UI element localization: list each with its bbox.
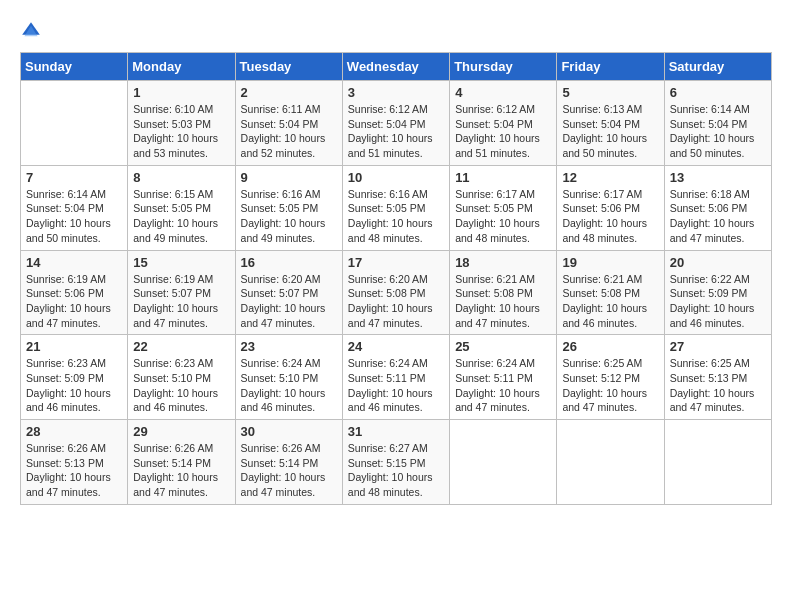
day-info: Sunrise: 6:20 AM Sunset: 5:07 PM Dayligh… [241, 272, 337, 331]
day-number: 19 [562, 255, 658, 270]
day-number: 23 [241, 339, 337, 354]
calendar-cell [21, 81, 128, 166]
day-info: Sunrise: 6:12 AM Sunset: 5:04 PM Dayligh… [348, 102, 444, 161]
day-number: 3 [348, 85, 444, 100]
calendar-cell: 23Sunrise: 6:24 AM Sunset: 5:10 PM Dayli… [235, 335, 342, 420]
calendar-cell: 6Sunrise: 6:14 AM Sunset: 5:04 PM Daylig… [664, 81, 771, 166]
day-info: Sunrise: 6:17 AM Sunset: 5:05 PM Dayligh… [455, 187, 551, 246]
calendar-cell: 27Sunrise: 6:25 AM Sunset: 5:13 PM Dayli… [664, 335, 771, 420]
day-number: 11 [455, 170, 551, 185]
calendar-cell: 5Sunrise: 6:13 AM Sunset: 5:04 PM Daylig… [557, 81, 664, 166]
calendar-cell: 16Sunrise: 6:20 AM Sunset: 5:07 PM Dayli… [235, 250, 342, 335]
calendar-cell: 24Sunrise: 6:24 AM Sunset: 5:11 PM Dayli… [342, 335, 449, 420]
header-day-wednesday: Wednesday [342, 53, 449, 81]
calendar-cell: 10Sunrise: 6:16 AM Sunset: 5:05 PM Dayli… [342, 165, 449, 250]
logo-icon [20, 20, 42, 42]
day-number: 14 [26, 255, 122, 270]
calendar-cell: 25Sunrise: 6:24 AM Sunset: 5:11 PM Dayli… [450, 335, 557, 420]
calendar-cell: 21Sunrise: 6:23 AM Sunset: 5:09 PM Dayli… [21, 335, 128, 420]
day-info: Sunrise: 6:19 AM Sunset: 5:07 PM Dayligh… [133, 272, 229, 331]
day-number: 8 [133, 170, 229, 185]
day-info: Sunrise: 6:10 AM Sunset: 5:03 PM Dayligh… [133, 102, 229, 161]
calendar-cell: 3Sunrise: 6:12 AM Sunset: 5:04 PM Daylig… [342, 81, 449, 166]
day-info: Sunrise: 6:26 AM Sunset: 5:14 PM Dayligh… [241, 441, 337, 500]
header-day-monday: Monday [128, 53, 235, 81]
day-info: Sunrise: 6:21 AM Sunset: 5:08 PM Dayligh… [455, 272, 551, 331]
day-number: 24 [348, 339, 444, 354]
calendar-cell: 31Sunrise: 6:27 AM Sunset: 5:15 PM Dayli… [342, 420, 449, 505]
calendar-cell: 13Sunrise: 6:18 AM Sunset: 5:06 PM Dayli… [664, 165, 771, 250]
day-info: Sunrise: 6:13 AM Sunset: 5:04 PM Dayligh… [562, 102, 658, 161]
calendar-cell: 14Sunrise: 6:19 AM Sunset: 5:06 PM Dayli… [21, 250, 128, 335]
calendar-cell: 22Sunrise: 6:23 AM Sunset: 5:10 PM Dayli… [128, 335, 235, 420]
day-number: 4 [455, 85, 551, 100]
calendar-week-row: 7Sunrise: 6:14 AM Sunset: 5:04 PM Daylig… [21, 165, 772, 250]
day-number: 6 [670, 85, 766, 100]
day-info: Sunrise: 6:26 AM Sunset: 5:13 PM Dayligh… [26, 441, 122, 500]
calendar-week-row: 28Sunrise: 6:26 AM Sunset: 5:13 PM Dayli… [21, 420, 772, 505]
day-number: 10 [348, 170, 444, 185]
day-info: Sunrise: 6:22 AM Sunset: 5:09 PM Dayligh… [670, 272, 766, 331]
calendar-cell: 26Sunrise: 6:25 AM Sunset: 5:12 PM Dayli… [557, 335, 664, 420]
calendar-body: 1Sunrise: 6:10 AM Sunset: 5:03 PM Daylig… [21, 81, 772, 505]
calendar-cell: 15Sunrise: 6:19 AM Sunset: 5:07 PM Dayli… [128, 250, 235, 335]
day-info: Sunrise: 6:16 AM Sunset: 5:05 PM Dayligh… [348, 187, 444, 246]
day-number: 15 [133, 255, 229, 270]
day-info: Sunrise: 6:12 AM Sunset: 5:04 PM Dayligh… [455, 102, 551, 161]
calendar-cell: 11Sunrise: 6:17 AM Sunset: 5:05 PM Dayli… [450, 165, 557, 250]
calendar-header-row: SundayMondayTuesdayWednesdayThursdayFrid… [21, 53, 772, 81]
calendar-cell: 20Sunrise: 6:22 AM Sunset: 5:09 PM Dayli… [664, 250, 771, 335]
calendar-week-row: 21Sunrise: 6:23 AM Sunset: 5:09 PM Dayli… [21, 335, 772, 420]
calendar-cell: 28Sunrise: 6:26 AM Sunset: 5:13 PM Dayli… [21, 420, 128, 505]
day-number: 1 [133, 85, 229, 100]
day-number: 31 [348, 424, 444, 439]
calendar-table: SundayMondayTuesdayWednesdayThursdayFrid… [20, 52, 772, 505]
header-day-tuesday: Tuesday [235, 53, 342, 81]
day-info: Sunrise: 6:24 AM Sunset: 5:10 PM Dayligh… [241, 356, 337, 415]
calendar-cell: 30Sunrise: 6:26 AM Sunset: 5:14 PM Dayli… [235, 420, 342, 505]
calendar-cell [664, 420, 771, 505]
day-info: Sunrise: 6:14 AM Sunset: 5:04 PM Dayligh… [26, 187, 122, 246]
calendar-cell [450, 420, 557, 505]
day-info: Sunrise: 6:25 AM Sunset: 5:12 PM Dayligh… [562, 356, 658, 415]
day-number: 17 [348, 255, 444, 270]
calendar-cell: 17Sunrise: 6:20 AM Sunset: 5:08 PM Dayli… [342, 250, 449, 335]
calendar-cell: 12Sunrise: 6:17 AM Sunset: 5:06 PM Dayli… [557, 165, 664, 250]
day-info: Sunrise: 6:19 AM Sunset: 5:06 PM Dayligh… [26, 272, 122, 331]
day-info: Sunrise: 6:25 AM Sunset: 5:13 PM Dayligh… [670, 356, 766, 415]
day-number: 22 [133, 339, 229, 354]
day-info: Sunrise: 6:14 AM Sunset: 5:04 PM Dayligh… [670, 102, 766, 161]
day-number: 28 [26, 424, 122, 439]
calendar-cell: 7Sunrise: 6:14 AM Sunset: 5:04 PM Daylig… [21, 165, 128, 250]
day-info: Sunrise: 6:15 AM Sunset: 5:05 PM Dayligh… [133, 187, 229, 246]
calendar-cell: 4Sunrise: 6:12 AM Sunset: 5:04 PM Daylig… [450, 81, 557, 166]
day-info: Sunrise: 6:17 AM Sunset: 5:06 PM Dayligh… [562, 187, 658, 246]
day-info: Sunrise: 6:11 AM Sunset: 5:04 PM Dayligh… [241, 102, 337, 161]
day-number: 29 [133, 424, 229, 439]
calendar-cell [557, 420, 664, 505]
day-number: 5 [562, 85, 658, 100]
day-number: 27 [670, 339, 766, 354]
calendar-week-row: 1Sunrise: 6:10 AM Sunset: 5:03 PM Daylig… [21, 81, 772, 166]
day-info: Sunrise: 6:21 AM Sunset: 5:08 PM Dayligh… [562, 272, 658, 331]
calendar-cell: 19Sunrise: 6:21 AM Sunset: 5:08 PM Dayli… [557, 250, 664, 335]
header-day-saturday: Saturday [664, 53, 771, 81]
day-number: 30 [241, 424, 337, 439]
day-number: 7 [26, 170, 122, 185]
day-info: Sunrise: 6:20 AM Sunset: 5:08 PM Dayligh… [348, 272, 444, 331]
day-number: 9 [241, 170, 337, 185]
header-day-friday: Friday [557, 53, 664, 81]
calendar-cell: 29Sunrise: 6:26 AM Sunset: 5:14 PM Dayli… [128, 420, 235, 505]
day-info: Sunrise: 6:23 AM Sunset: 5:10 PM Dayligh… [133, 356, 229, 415]
logo [20, 20, 46, 42]
calendar-cell: 8Sunrise: 6:15 AM Sunset: 5:05 PM Daylig… [128, 165, 235, 250]
day-info: Sunrise: 6:24 AM Sunset: 5:11 PM Dayligh… [455, 356, 551, 415]
day-info: Sunrise: 6:27 AM Sunset: 5:15 PM Dayligh… [348, 441, 444, 500]
calendar-cell: 9Sunrise: 6:16 AM Sunset: 5:05 PM Daylig… [235, 165, 342, 250]
calendar-week-row: 14Sunrise: 6:19 AM Sunset: 5:06 PM Dayli… [21, 250, 772, 335]
day-info: Sunrise: 6:16 AM Sunset: 5:05 PM Dayligh… [241, 187, 337, 246]
day-number: 16 [241, 255, 337, 270]
day-number: 25 [455, 339, 551, 354]
day-number: 21 [26, 339, 122, 354]
page-header [20, 20, 772, 42]
